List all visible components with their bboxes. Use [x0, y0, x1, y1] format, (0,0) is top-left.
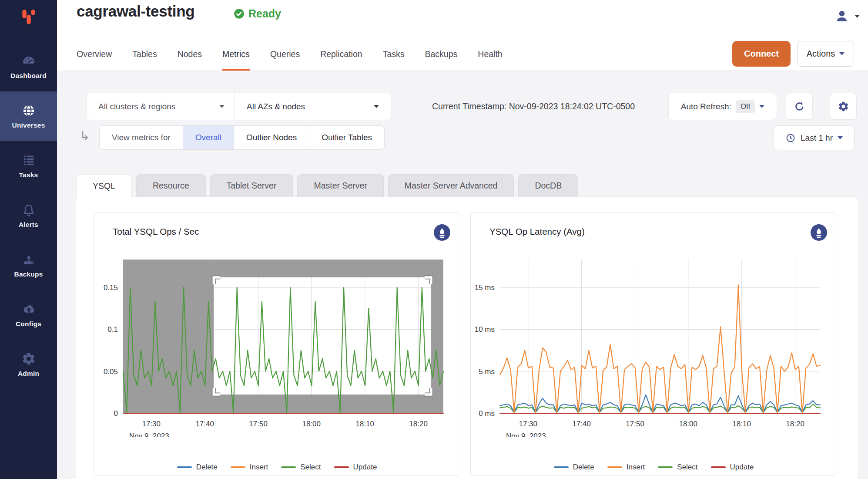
chevron-down-icon [855, 15, 860, 18]
refresh-icon [794, 101, 805, 112]
sidebar-item-dashboard[interactable]: Dashboard [0, 42, 57, 91]
metric-tab-ysql[interactable]: YSQL [76, 174, 132, 198]
sidebar-item-label: Dashboard [10, 72, 47, 80]
legend-label: Select [677, 463, 697, 472]
legend-label: Insert [250, 463, 268, 472]
metric-category-tabs: YSQL Resource Tablet Server Master Serve… [76, 174, 578, 198]
svg-text:17:30: 17:30 [142, 420, 161, 428]
svg-text:0: 0 [114, 409, 118, 418]
bell-icon [21, 202, 36, 217]
tab-queries[interactable]: Queries [270, 49, 300, 71]
divider [822, 95, 822, 117]
gear-icon [21, 351, 36, 366]
svg-text:0.05: 0.05 [104, 368, 118, 376]
list-icon [21, 153, 36, 168]
svg-text:18:20: 18:20 [786, 420, 804, 428]
legend-swatch [607, 466, 622, 468]
svg-text:18:10: 18:10 [355, 420, 374, 428]
tab-backups[interactable]: Backups [425, 49, 458, 71]
sidebar-item-alerts[interactable]: Alerts [0, 191, 57, 240]
time-range-select[interactable]: Last 1 hr [774, 125, 855, 150]
svg-text:18:00: 18:00 [679, 420, 697, 428]
prometheus-icon[interactable] [811, 224, 827, 241]
legend-item-insert[interactable]: Insert [607, 463, 645, 472]
sidebar-item-universes[interactable]: Universes [0, 91, 57, 141]
actions-button[interactable]: Actions [797, 41, 854, 67]
tab-replication[interactable]: Replication [320, 49, 362, 71]
clusters-regions-select[interactable]: All clusters & regions [86, 93, 234, 120]
check-circle-icon [233, 8, 245, 20]
header: cagrawal-testing Ready Overview Tables N… [57, 0, 868, 71]
sidebar-item-label: Alerts [19, 221, 38, 229]
tab-overview[interactable]: Overview [77, 49, 112, 71]
connect-button[interactable]: Connect [732, 41, 791, 67]
universe-tabs: Overview Tables Nodes Metrics Queries Re… [77, 49, 503, 71]
sidebar-item-backups[interactable]: Backups [0, 240, 57, 290]
current-timestamp: Current Timestamp: Nov-09-2023 18:24:02 … [432, 93, 635, 120]
sidebar-item-admin[interactable]: Admin [0, 340, 57, 389]
ysql-ops-chart[interactable]: 00.050.10.1517:3017:4017:5018:0018:1018:… [94, 254, 447, 437]
settings-button[interactable] [830, 93, 857, 120]
chart-card-total-ysql-ops: Total YSQL Ops / Sec 00.050.10.1517:3017… [94, 212, 460, 476]
metric-tab-master-server[interactable]: Master Server [297, 174, 383, 197]
metric-tab-resource[interactable]: Resource [136, 174, 205, 197]
svg-text:18:00: 18:00 [302, 420, 321, 428]
metric-tab-master-server-advanced[interactable]: Master Server Advanced [388, 174, 514, 197]
scope-option-outlier-nodes[interactable]: Outlier Nodes [234, 126, 309, 149]
tab-metrics[interactable]: Metrics [222, 49, 250, 71]
legend-swatch [658, 466, 673, 468]
legend-label: Update [353, 463, 377, 472]
view-metrics-for-label: View metrics for [100, 126, 183, 149]
svg-text:17:40: 17:40 [195, 420, 214, 428]
prometheus-icon[interactable] [434, 224, 450, 241]
svg-text:17:50: 17:50 [626, 420, 644, 428]
svg-text:0.1: 0.1 [107, 325, 118, 334]
sidebar-item-label: Backups [14, 270, 43, 278]
azs-nodes-select[interactable]: All AZs & nodes [235, 93, 392, 120]
metric-tab-tablet-server[interactable]: Tablet Server [210, 174, 293, 197]
branch-arrow-icon: ↳ [80, 129, 90, 143]
svg-text:Nov 9, 2023: Nov 9, 2023 [129, 432, 169, 437]
scope-option-outlier-tables[interactable]: Outlier Tables [309, 126, 384, 149]
cloud-upload-icon [21, 302, 36, 317]
svg-text:18:10: 18:10 [732, 420, 751, 428]
svg-text:5 ms: 5 ms [479, 368, 495, 376]
refresh-button[interactable] [786, 93, 813, 120]
tab-tables[interactable]: Tables [132, 49, 157, 71]
yugabyte-logo-icon[interactable] [0, 4, 57, 30]
legend-label: Insert [627, 463, 645, 472]
ysql-latency-chart[interactable]: 0 ms5 ms10 ms15 ms17:3017:4017:5018:0018… [471, 254, 824, 437]
auto-refresh-value: Off [736, 100, 755, 113]
legend-item-select[interactable]: Select [281, 463, 321, 472]
legend-swatch [177, 466, 192, 468]
legend-swatch [231, 466, 245, 468]
chart-legend: DeleteInsertSelectUpdate [471, 463, 837, 472]
legend-label: Delete [573, 463, 594, 472]
clock-icon [785, 133, 796, 143]
sidebar-item-configs[interactable]: Configs [0, 290, 57, 340]
legend-label: Update [730, 463, 754, 472]
auto-refresh-control[interactable]: Auto Refresh: Off [668, 93, 777, 120]
legend-swatch [554, 466, 569, 468]
legend-item-delete[interactable]: Delete [177, 463, 218, 472]
svg-text:10 ms: 10 ms [475, 325, 495, 334]
legend-item-insert[interactable]: Insert [231, 463, 268, 472]
legend-item-update[interactable]: Update [711, 463, 754, 472]
legend-item-update[interactable]: Update [334, 463, 377, 472]
tab-health[interactable]: Health [478, 49, 502, 71]
tab-tasks[interactable]: Tasks [383, 49, 405, 71]
tab-nodes[interactable]: Nodes [178, 49, 202, 71]
user-menu[interactable] [826, 0, 868, 32]
legend-item-delete[interactable]: Delete [554, 463, 594, 472]
legend-item-select[interactable]: Select [658, 463, 697, 472]
sidebar-item-label: Universes [12, 121, 45, 129]
gear-icon [838, 101, 849, 112]
sidebar-item-tasks[interactable]: Tasks [0, 141, 57, 191]
svg-text:0.15: 0.15 [104, 283, 118, 292]
metric-tab-docdb[interactable]: DocDB [518, 174, 578, 197]
chevron-down-icon [759, 105, 764, 108]
scope-option-overall[interactable]: Overall [183, 126, 234, 149]
page-title: cagrawal-testing [77, 3, 194, 20]
svg-text:17:30: 17:30 [519, 420, 537, 428]
chevron-down-icon [838, 136, 843, 139]
